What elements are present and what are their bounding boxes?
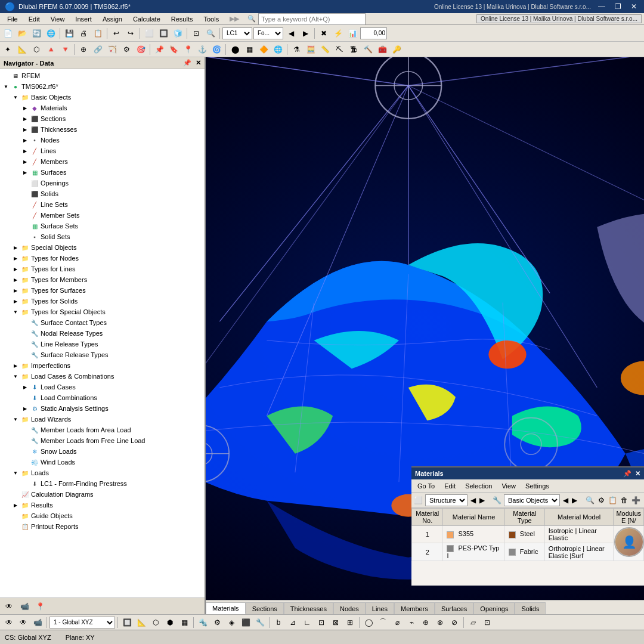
structure-dropdown[interactable]: Structure [425,494,467,506]
lc-dropdown[interactable]: LC1 [222,27,252,39]
toggle-loadcases-combo[interactable]: ▼ [11,374,20,379]
new-button[interactable]: 📄 [1,27,14,40]
toggle-materials[interactable]: ▶ [20,106,30,111]
basicobj-next-button[interactable]: ▶ [571,494,578,507]
panel-pin-button[interactable]: 📌 [623,470,631,478]
value-input[interactable] [360,27,387,39]
tree-nodalrelease[interactable]: 🔧 Nodal Release Types [0,328,205,339]
print2-button[interactable]: 📋 [91,27,104,40]
bt-3[interactable]: 📹 [31,616,44,629]
print-button[interactable]: 🖨 [77,27,90,40]
tree-membersets[interactable]: ╱ Member Sets [0,210,205,221]
bt-10[interactable]: ⚙ [210,616,224,629]
tree-loadcases[interactable]: ▶ ⬇ Load Cases [0,382,205,392]
toggle-imperfections[interactable]: ▶ [11,363,20,369]
tb2-27[interactable]: 🔑 [390,43,403,56]
tree-windloads[interactable]: 💨 Wind Loads [0,457,205,467]
tree-typeslines[interactable]: ▶ 📁 Types for Lines [0,264,205,274]
xyz-dropdown[interactable]: 1 - Global XYZ [49,617,115,628]
tb2-9[interactable]: ⚙ [120,43,133,56]
tb2-17[interactable]: ▦ [243,43,256,56]
close-button[interactable]: ✕ [628,2,639,11]
tree-surfacecontact[interactable]: 🔧 Surface Contact Types [0,317,205,328]
bt-13[interactable]: 🔧 [253,616,267,629]
mat-delete[interactable]: 🗑 [620,494,628,507]
tree-typessurfaces[interactable]: ▶ 📁 Types for Surfaces [0,285,205,296]
tree-results[interactable]: ▶ 📁 Results [0,500,205,510]
tree-guideobj[interactable]: 📁 Guide Objects [0,510,205,521]
tb2-15[interactable]: 🌀 [210,43,223,56]
tab-sections[interactable]: Sections [246,602,284,614]
tree-loadcases-combo[interactable]: ▼ 📁 Load Cases & Combinations [0,371,205,382]
table-row[interactable]: 1 S355 Steel Isotropic | Linear Elastic [412,526,644,543]
search-input[interactable] [258,13,366,25]
toggle-nodes[interactable]: ▶ [20,138,30,143]
toggle-typesnodes[interactable]: ▶ [11,256,20,261]
tb2-20[interactable]: ⚗ [290,43,303,56]
tree-openings[interactable]: ⬜ Openings [0,178,205,188]
fo-dropdown[interactable]: Fo... [253,27,283,39]
tab-nodes[interactable]: Nodes [333,602,366,614]
mat-prev-button[interactable]: ◀ [470,494,476,507]
tb2-7[interactable]: 🔗 [91,43,104,56]
mat-search[interactable]: 🔍 [585,494,595,507]
refresh-button[interactable]: 🔄 [30,27,43,40]
tree-members[interactable]: ▶ ╱ Members [0,156,205,167]
tab-surfaces[interactable]: Surfaces [435,602,473,614]
zoom-in[interactable]: 🔍 [204,27,217,40]
bt-7[interactable]: ⬢ [163,616,177,629]
tree-surfacerelease[interactable]: 🔧 Surface Release Types [0,349,205,360]
toggle-typessurfaces[interactable]: ▶ [11,288,20,293]
select2-button[interactable]: 🔲 [157,27,170,40]
bt-28[interactable]: ⊡ [481,616,494,629]
basicobj-dropdown[interactable]: Basic Objects [504,494,560,506]
bt-25[interactable]: ⊗ [434,616,447,629]
tree-loads[interactable]: ▼ 📁 Loads [0,467,205,478]
bt-4[interactable]: 🔲 [120,616,134,629]
tab-thicknesses[interactable]: Thicknesses [284,602,333,614]
nav-bottom-1[interactable]: 👁 [2,600,16,613]
open-button[interactable]: 📂 [16,27,29,40]
tree-typessolids[interactable]: ▶ 📁 Types for Solids [0,296,205,306]
menu-edit[interactable]: Edit [24,15,45,23]
tb2-22[interactable]: 📏 [318,43,332,56]
tb-more1[interactable]: ✖ [317,27,330,40]
panel-close-button[interactable]: ✕ [635,470,640,478]
tb2-23[interactable]: ⛏ [333,43,346,56]
menu-calculate[interactable]: Calculate [128,15,165,23]
mat-filter[interactable]: ⚙ [597,494,605,507]
toggle-surfaces[interactable]: ▶ [20,170,30,175]
tree-model[interactable]: ▼ ● TMS062.rf6* [0,81,205,92]
mat-next-button[interactable]: ▶ [479,494,485,507]
toggle-sections[interactable]: ▶ [20,116,30,122]
tree-solids[interactable]: ⬛ Solids [0,188,205,199]
bt-20[interactable]: ◯ [362,616,375,629]
tree-typesnodes[interactable]: ▶ 📁 Types for Nodes [0,253,205,264]
bt-8[interactable]: ▦ [178,616,191,629]
bt-14[interactable]: b [272,616,285,629]
web-button[interactable]: 🌐 [44,27,57,40]
tb2-19[interactable]: 🌐 [271,43,284,56]
tb2-12[interactable]: 🔖 [167,43,180,56]
bt-27[interactable]: ▱ [466,616,479,629]
toggle-model[interactable]: ▼ [1,84,11,89]
tree-static-analysis[interactable]: ▶ ⚙ Static Analysis Settings [0,403,205,414]
tab-lines[interactable]: Lines [366,602,394,614]
tb2-13[interactable]: 📍 [181,43,194,56]
bt-19[interactable]: ⊞ [343,616,357,629]
minimize-button[interactable]: — [596,2,608,11]
bt-21[interactable]: ⌒ [376,616,389,629]
tb2-14[interactable]: ⚓ [196,43,209,56]
bt-12[interactable]: ⬛ [239,616,252,629]
nav-pin-button[interactable]: 📌 [183,59,191,66]
save-button[interactable]: 💾 [63,27,76,40]
toggle-typessolids[interactable]: ▶ [11,299,20,304]
table-row[interactable]: 2 PES-PVC Typ I Fabric Orthotropic | Lin… [412,543,644,561]
basicobj-prev-button[interactable]: ◀ [562,494,569,507]
tree-calcdiagrams[interactable]: 📈 Calculation Diagrams [0,489,205,500]
menu-insert[interactable]: Insert [70,15,97,23]
tb2-10[interactable]: 🎯 [134,43,147,56]
bt-6[interactable]: ⬡ [149,616,162,629]
tb2-4[interactable]: 🔺 [44,43,57,56]
toggle-typesspecial[interactable]: ▼ [11,309,20,315]
